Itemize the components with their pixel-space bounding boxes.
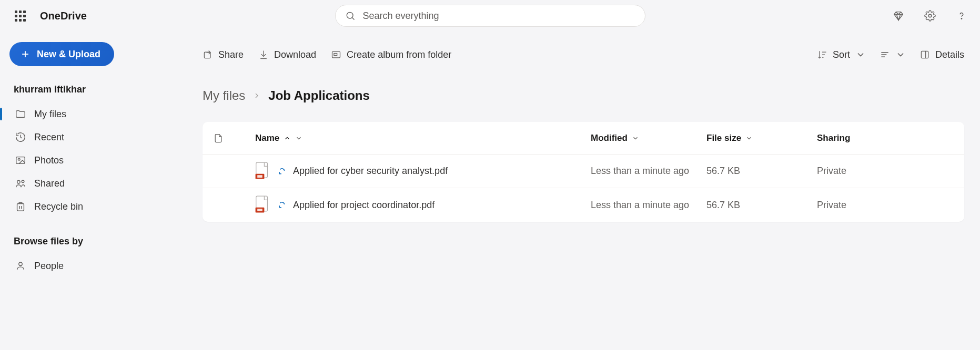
svg-rect-22 bbox=[257, 175, 262, 178]
sync-icon bbox=[278, 201, 286, 209]
photos-icon bbox=[15, 155, 26, 166]
search-input[interactable] bbox=[363, 11, 635, 22]
breadcrumb: My files Job Applications bbox=[203, 88, 964, 103]
svg-rect-25 bbox=[257, 209, 262, 211]
sidebar-item-shared[interactable]: Shared bbox=[9, 172, 183, 195]
chevron-down-icon bbox=[295, 135, 302, 142]
breadcrumb-parent[interactable]: My files bbox=[203, 88, 245, 103]
browse-heading: Browse files by bbox=[14, 236, 178, 247]
premium-icon[interactable] bbox=[890, 7, 907, 25]
column-sharing[interactable]: Sharing bbox=[817, 133, 954, 143]
chevron-down-icon bbox=[745, 135, 753, 142]
svg-line-1 bbox=[352, 18, 354, 20]
svg-point-0 bbox=[347, 12, 353, 18]
column-select[interactable] bbox=[213, 132, 255, 145]
view-button[interactable] bbox=[880, 49, 906, 60]
sort-icon bbox=[817, 49, 827, 60]
svg-rect-10 bbox=[17, 204, 24, 211]
sidebar-item-label: Photos bbox=[34, 155, 64, 166]
column-filesize[interactable]: File size bbox=[706, 133, 817, 143]
svg-point-8 bbox=[17, 181, 21, 184]
svg-point-11 bbox=[19, 262, 22, 265]
search-container bbox=[335, 5, 645, 27]
list-view-icon bbox=[880, 49, 890, 60]
pdf-icon bbox=[255, 195, 271, 214]
column-name[interactable]: Name bbox=[255, 133, 591, 143]
file-list: Name Modified File size Sharing bbox=[203, 122, 964, 222]
chevron-right-icon bbox=[252, 91, 261, 100]
file-name: Applied for cyber security analyst.pdf bbox=[293, 166, 448, 177]
chevron-down-icon bbox=[895, 49, 906, 60]
command-bar: Share Download Create album from folder … bbox=[203, 42, 964, 67]
sidebar: New & Upload khurram iftikhar My files R… bbox=[0, 32, 192, 350]
sidebar-item-myfiles[interactable]: My files bbox=[9, 102, 183, 126]
recent-icon bbox=[15, 131, 26, 143]
sidebar-item-recyclebin[interactable]: Recycle bin bbox=[9, 195, 183, 218]
share-label: Share bbox=[218, 49, 244, 60]
sidebar-item-photos[interactable]: Photos bbox=[9, 149, 183, 172]
details-icon bbox=[920, 49, 930, 60]
pdf-icon bbox=[255, 162, 271, 181]
svg-point-9 bbox=[22, 180, 24, 183]
user-heading: khurram iftikhar bbox=[14, 84, 178, 95]
file-size: 56.7 KB bbox=[706, 166, 817, 177]
download-label: Download bbox=[274, 49, 316, 60]
svg-rect-18 bbox=[921, 51, 928, 58]
person-icon bbox=[15, 260, 26, 272]
column-name-label: Name bbox=[255, 133, 279, 143]
app-launcher-icon[interactable] bbox=[9, 5, 31, 26]
plus-icon bbox=[20, 49, 31, 59]
sort-asc-icon bbox=[284, 135, 291, 142]
column-filesize-label: File size bbox=[706, 133, 741, 143]
waffle-icon bbox=[15, 11, 26, 22]
search-box[interactable] bbox=[335, 5, 645, 27]
create-album-button[interactable]: Create album from folder bbox=[331, 49, 451, 60]
file-modified: Less than a minute ago bbox=[591, 200, 706, 211]
file-name: Applied for project coordinator.pdf bbox=[293, 200, 435, 211]
file-sharing: Private bbox=[817, 166, 954, 177]
shared-icon bbox=[15, 178, 26, 189]
file-row[interactable]: Applied for cyber security analyst.pdf L… bbox=[203, 155, 964, 188]
sidebar-item-label: My files bbox=[34, 109, 66, 120]
sidebar-item-label: Recycle bin bbox=[34, 201, 83, 212]
sidebar-item-label: Shared bbox=[34, 178, 65, 189]
file-icon bbox=[213, 132, 224, 145]
share-button[interactable]: Share bbox=[203, 49, 244, 60]
svg-point-2 bbox=[928, 14, 932, 17]
new-upload-button[interactable]: New & Upload bbox=[9, 42, 114, 66]
create-album-label: Create album from folder bbox=[347, 49, 451, 60]
download-icon bbox=[258, 49, 269, 60]
sidebar-item-people[interactable]: People bbox=[9, 254, 183, 277]
sort-button[interactable]: Sort bbox=[817, 49, 866, 60]
chevron-down-icon bbox=[632, 135, 639, 142]
sort-label: Sort bbox=[833, 49, 850, 60]
file-row[interactable]: Applied for project coordinator.pdf Less… bbox=[203, 188, 964, 222]
folder-icon bbox=[15, 108, 26, 120]
file-list-header: Name Modified File size Sharing bbox=[203, 122, 964, 155]
svg-rect-14 bbox=[334, 54, 337, 56]
svg-rect-13 bbox=[332, 52, 340, 58]
brand-title: OneDrive bbox=[40, 10, 87, 22]
file-modified: Less than a minute ago bbox=[591, 166, 706, 177]
file-size: 56.7 KB bbox=[706, 200, 817, 211]
details-label: Details bbox=[935, 49, 964, 60]
column-modified[interactable]: Modified bbox=[591, 133, 706, 143]
details-button[interactable]: Details bbox=[920, 49, 964, 60]
chevron-down-icon bbox=[855, 49, 866, 60]
column-modified-label: Modified bbox=[591, 133, 628, 143]
help-icon[interactable] bbox=[953, 7, 971, 25]
file-sharing: Private bbox=[817, 200, 954, 211]
svg-point-3 bbox=[961, 18, 962, 19]
album-icon bbox=[331, 49, 341, 60]
svg-point-7 bbox=[18, 158, 20, 160]
download-button[interactable]: Download bbox=[258, 49, 316, 60]
header-actions bbox=[890, 7, 971, 25]
share-icon bbox=[203, 49, 213, 60]
sidebar-item-recent[interactable]: Recent bbox=[9, 126, 183, 149]
sidebar-item-label: Recent bbox=[34, 132, 64, 143]
breadcrumb-current: Job Applications bbox=[268, 88, 369, 103]
main-content: Share Download Create album from folder … bbox=[192, 32, 980, 350]
settings-icon[interactable] bbox=[921, 7, 939, 25]
new-upload-label: New & Upload bbox=[37, 49, 100, 60]
sync-icon bbox=[278, 168, 286, 175]
